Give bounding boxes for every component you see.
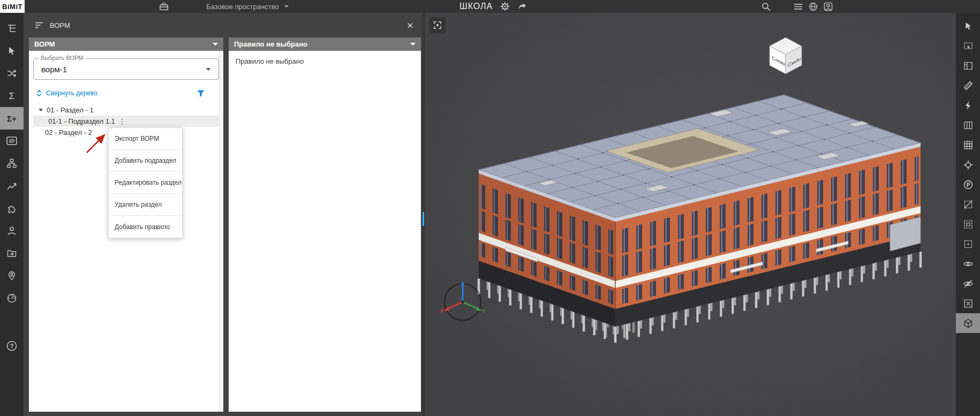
bopm-select-label: Выбрать ВОРМ (39, 55, 85, 61)
filter-button[interactable] (197, 89, 205, 97)
menu-item-add-subsection[interactable]: Добавить подраздел (109, 150, 182, 172)
scrollbar-track[interactable] (219, 51, 223, 412)
collapse-tree-button[interactable]: Свернуть дерево (35, 89, 97, 97)
share-button[interactable] (517, 2, 527, 11)
section-cut-icon (963, 199, 974, 210)
gear-icon (500, 2, 510, 11)
sum-plus-button[interactable]: Σ+ (0, 107, 24, 130)
org-chart-icon (6, 158, 17, 169)
dashboard-button[interactable] (0, 287, 24, 309)
menu-list-icon (793, 2, 803, 12)
model-tree-button[interactable] (0, 17, 24, 40)
rule-empty-text: Правило не выбрано (229, 51, 421, 72)
sort-icon[interactable] (34, 20, 44, 30)
select-elements-button[interactable] (0, 40, 24, 62)
help-icon: ? (6, 340, 18, 352)
globe-button[interactable] (808, 2, 818, 12)
caret-down-icon[interactable] (39, 109, 43, 111)
analytics-button[interactable] (0, 175, 24, 197)
line-chart-icon (6, 180, 17, 191)
building-model (441, 81, 945, 370)
measure-button[interactable] (956, 75, 980, 95)
select-window-button[interactable] (956, 36, 980, 56)
select-button[interactable] (956, 16, 980, 36)
panels-icon (963, 60, 974, 71)
search-icon (761, 2, 771, 12)
show-button[interactable] (956, 254, 980, 274)
users-button[interactable] (0, 220, 24, 242)
navigation-cube[interactable]: Слева Сзади (763, 32, 808, 79)
help-button[interactable]: ? (0, 335, 24, 357)
y-axis-label: Y (482, 308, 485, 314)
zoom-fit-button[interactable] (429, 17, 446, 33)
shuffle-icon (6, 68, 17, 79)
unfold-icon (35, 89, 43, 97)
rule-panel-header[interactable]: Правило не выбрано (229, 37, 421, 51)
bopm-panel-title: ВОРМ (34, 40, 55, 48)
grid-button[interactable] (956, 135, 980, 155)
quick-actions-button[interactable] (956, 95, 980, 115)
hierarchy-button[interactable] (0, 152, 24, 175)
locate-button[interactable] (956, 155, 980, 175)
svg-text:2D: 2D (9, 138, 15, 143)
bopm-panel-header[interactable]: ВОРМ (29, 37, 223, 51)
hide-selection-button[interactable] (956, 293, 980, 313)
structure-layers-button[interactable] (956, 115, 980, 135)
kebab-menu-icon[interactable]: ⋮ (118, 118, 126, 125)
chevron-down-icon (284, 5, 289, 7)
cursor-icon (963, 21, 974, 32)
chevron-down-icon (213, 43, 218, 46)
app-logo[interactable]: BiMiT (0, 0, 25, 13)
view-2d-button[interactable]: 2D (0, 130, 24, 152)
2d-icon: 2D (6, 135, 18, 146)
tree-item-subsection-1-1[interactable]: 01-1 - Подраздел 1.1 ⋮ (33, 116, 219, 127)
user-location-button[interactable] (0, 264, 24, 287)
shading-mode-button[interactable] (956, 313, 980, 333)
selection-frame-button[interactable] (956, 234, 980, 254)
close-icon[interactable]: ✕ (406, 21, 413, 29)
puzzle-icon (6, 203, 17, 214)
cube-icon (963, 318, 974, 329)
panels-title: ВОРМ (50, 21, 70, 29)
viewport-3d[interactable]: Слева Сзади X Y (425, 13, 956, 416)
folder-share-icon (6, 248, 17, 259)
toolbox-button[interactable] (159, 0, 169, 13)
profile-button[interactable] (823, 2, 833, 12)
collapse-tree-label: Свернуть дерево (46, 89, 97, 97)
search-button[interactable] (761, 2, 771, 12)
axis-gizmo[interactable]: X Y (439, 278, 486, 326)
chevron-down-icon (206, 68, 211, 71)
p-circle-icon: P (963, 179, 974, 190)
focus-icon (433, 20, 442, 30)
menu-item-delete-section[interactable]: Удалить раздел (109, 194, 182, 216)
settings-button[interactable] (500, 2, 510, 11)
user-avatar-icon (823, 2, 833, 12)
section-button[interactable] (956, 194, 980, 214)
menu-item-edit-section[interactable]: Редактировать раздел (109, 172, 182, 194)
tree-item-section-1[interactable]: 01 - Раздел - 1 (33, 104, 219, 116)
shared-folder-button[interactable] (0, 242, 24, 264)
filter-icon (197, 89, 205, 97)
panels-region: ВОРМ ✕ ВОРМ Выбрать ВОРМ ворм-1 (24, 13, 422, 416)
menu-item-export[interactable]: Экспорт ВОРМ (109, 128, 182, 150)
plan-mode-button[interactable]: P (956, 175, 980, 194)
resizer-grip[interactable] (423, 212, 424, 226)
box-x-icon (963, 298, 974, 309)
layout-panels-button (956, 56, 980, 75)
person-pin-icon (6, 270, 17, 281)
bopm-select[interactable]: Выбрать ВОРМ ворм-1 (33, 58, 219, 80)
relations-button[interactable] (0, 62, 24, 85)
menu-item-add-rule[interactable]: Добавить правило (109, 216, 182, 238)
plugins-button[interactable] (0, 197, 24, 220)
svg-text:P: P (966, 181, 970, 187)
menu-list-button[interactable] (793, 2, 803, 12)
clip-box-button[interactable] (956, 214, 980, 234)
sum-button[interactable]: Σ (0, 85, 24, 107)
workspace-selector[interactable]: Базовое пространство (206, 0, 289, 13)
top-bar: BiMiT Базовое пространство ШКОЛА (0, 0, 980, 13)
annotation-arrow (84, 131, 110, 156)
user-icon (6, 225, 17, 236)
ruler-icon (963, 80, 974, 91)
hide-button[interactable] (956, 274, 980, 293)
globe-icon (808, 2, 818, 12)
